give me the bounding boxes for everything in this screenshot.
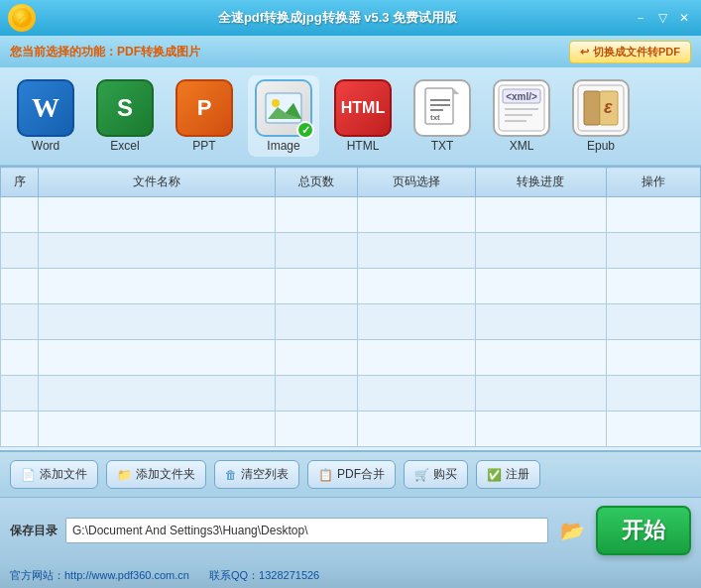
- epub-icon-img: ε: [572, 79, 630, 137]
- word-label: Word: [32, 139, 59, 153]
- add-folder-button[interactable]: 📁 添加文件夹: [106, 460, 206, 489]
- table-body: [1, 197, 701, 447]
- app-title: 全速pdf转换成jpg转换器 v5.3 免费试用版: [44, 9, 632, 27]
- register-icon: ✅: [487, 468, 502, 482]
- register-button[interactable]: ✅ 注册: [476, 460, 540, 489]
- svg-text:⚡: ⚡: [15, 11, 30, 26]
- table-row: [1, 376, 701, 412]
- add-file-icon: 📄: [21, 468, 36, 482]
- table-row: [1, 412, 701, 447]
- register-label: 注册: [506, 466, 529, 483]
- maximize-btn[interactable]: ▽: [653, 9, 671, 27]
- save-label: 保存目录: [10, 523, 58, 539]
- folder-icon: 📂: [560, 519, 585, 542]
- txt-label: TXT: [431, 139, 454, 153]
- col-page-select: 页码选择: [358, 168, 476, 197]
- table-row: [1, 304, 701, 340]
- excel-label: Excel: [110, 139, 139, 153]
- epub-label: Epub: [587, 139, 615, 153]
- window-controls: － ▽ ✕: [632, 9, 693, 27]
- switch-label: 切换成文件转PDF: [593, 45, 680, 59]
- footer: 官方网站：http://www.pdf360.com.cn 联系QQ：13282…: [0, 563, 701, 588]
- table-header-row: 序 文件名称 总页数 页码选择 转换进度 操作: [1, 168, 701, 197]
- file-table-area: 序 文件名称 总页数 页码选择 转换进度 操作: [0, 166, 701, 451]
- ppt-label: PPT: [192, 139, 215, 153]
- close-btn[interactable]: ✕: [675, 9, 693, 27]
- tool-image[interactable]: ✓ Image: [248, 75, 319, 157]
- html-icon-img: HTML: [334, 79, 392, 137]
- col-action: 操作: [606, 168, 700, 197]
- col-progress: 转换进度: [476, 168, 606, 197]
- svg-marker-8: [453, 88, 459, 94]
- minimize-btn[interactable]: －: [632, 9, 649, 27]
- pdf-merge-icon: 📋: [318, 468, 333, 482]
- table-row: [1, 269, 701, 304]
- add-folder-label: 添加文件夹: [136, 466, 195, 483]
- image-icon-img: ✓: [255, 79, 312, 137]
- html-label: HTML: [347, 139, 380, 153]
- clear-list-button[interactable]: 🗑 清空列表: [214, 460, 299, 489]
- tool-excel[interactable]: S Excel: [89, 79, 161, 153]
- xml-label: XML: [510, 139, 534, 153]
- col-seq: 序: [1, 168, 39, 197]
- image-label: Image: [267, 139, 299, 153]
- qq-text: 联系QQ：1328271526: [209, 568, 319, 583]
- add-file-label: 添加文件: [40, 466, 87, 483]
- add-folder-icon: 📁: [117, 468, 132, 482]
- mode-label: PDF转换成图片: [117, 45, 200, 59]
- table-row: [1, 233, 701, 269]
- add-file-button[interactable]: 📄 添加文件: [10, 460, 98, 489]
- svg-point-3: [272, 99, 280, 107]
- clear-list-icon: 🗑: [225, 468, 237, 482]
- pdf-merge-label: PDF合并: [337, 466, 385, 483]
- table-row: [1, 197, 701, 233]
- current-mode-text: 您当前选择的功能：PDF转换成图片: [10, 44, 200, 60]
- svg-text:ε: ε: [604, 97, 613, 117]
- image-check-badge: ✓: [296, 121, 314, 139]
- svg-text:<xml/>: <xml/>: [506, 91, 537, 102]
- file-table: 序 文件名称 总页数 页码选择 转换进度 操作: [0, 167, 701, 447]
- subtitle-bar: 您当前选择的功能：PDF转换成图片 ↩ 切换成文件转PDF: [0, 36, 701, 67]
- tool-html[interactable]: HTML HTML: [327, 79, 399, 153]
- image-svg: [264, 91, 303, 125]
- tool-txt[interactable]: txt TXT: [407, 79, 478, 153]
- tool-word[interactable]: W Word: [10, 79, 81, 153]
- title-bar: ⚡ 全速pdf转换成jpg转换器 v5.3 免费试用版 － ▽ ✕: [0, 0, 701, 36]
- txt-icon-img: txt: [413, 79, 471, 137]
- col-pages: 总页数: [275, 168, 357, 197]
- tool-ppt[interactable]: P PPT: [169, 79, 240, 153]
- word-icon-img: W: [17, 79, 74, 137]
- bottom-buttons-bar: 📄 添加文件 📁 添加文件夹 🗑 清空列表 📋 PDF合并 🛒 购买 ✅ 注册: [0, 451, 701, 498]
- pdf-merge-button[interactable]: 📋 PDF合并: [307, 460, 396, 489]
- table-row: [1, 340, 701, 376]
- switch-icon: ↩: [580, 46, 589, 59]
- buy-label: 购买: [433, 466, 457, 483]
- save-path-row: 保存目录 📂 开始: [0, 498, 701, 563]
- save-path-input[interactable]: [65, 518, 548, 543]
- excel-icon-img: S: [96, 79, 154, 137]
- start-button[interactable]: 开始: [596, 506, 691, 555]
- switch-mode-button[interactable]: ↩ 切换成文件转PDF: [569, 41, 691, 63]
- browse-folder-button[interactable]: 📂: [556, 517, 588, 544]
- tool-epub[interactable]: ε Epub: [565, 79, 637, 153]
- svg-rect-20: [584, 91, 600, 125]
- buy-button[interactable]: 🛒 购买: [404, 460, 468, 489]
- app-logo: ⚡: [8, 4, 36, 32]
- ppt-icon-img: P: [175, 79, 233, 137]
- svg-text:txt: txt: [430, 113, 440, 122]
- xml-icon-img: <xml/>: [493, 79, 550, 137]
- col-filename: 文件名称: [39, 168, 276, 197]
- tool-xml[interactable]: <xml/> XML: [486, 79, 557, 153]
- tools-bar: W Word S Excel P PPT: [0, 67, 701, 166]
- buy-icon: 🛒: [414, 468, 429, 482]
- website-text: 官方网站：http://www.pdf360.com.cn: [10, 568, 189, 583]
- clear-list-label: 清空列表: [241, 466, 289, 483]
